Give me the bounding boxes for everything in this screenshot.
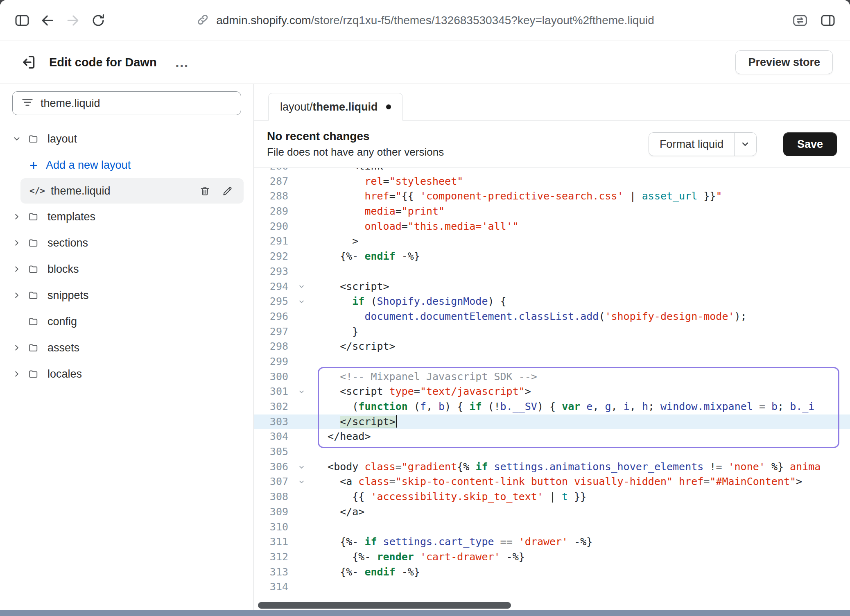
chevron-right-icon[interactable] xyxy=(10,343,24,352)
code-line-294[interactable]: 294 <script> xyxy=(254,279,850,294)
code-line-306[interactable]: 306 <body class="gradient{% if settings.… xyxy=(254,460,850,475)
fold-toggle-icon[interactable] xyxy=(293,279,310,294)
code-text: {%- endif -%} xyxy=(310,565,420,580)
sidebar-item-assets[interactable]: assets xyxy=(10,335,244,361)
rename-file-button[interactable] xyxy=(220,184,235,198)
fold-toggle-icon[interactable] xyxy=(293,294,310,309)
sidebar-item-label: sections xyxy=(47,237,88,249)
code-line-292[interactable]: 292 {%- endif -%} xyxy=(254,249,850,264)
sidebar-item-config[interactable]: config xyxy=(10,308,244,335)
folder-icon xyxy=(25,134,42,144)
code-text: <!-- Mixpanel Javascript SDK --> xyxy=(310,369,537,385)
code-line-309[interactable]: 309 </a> xyxy=(254,505,850,520)
forward-icon[interactable] xyxy=(62,10,84,31)
chevron-right-icon[interactable] xyxy=(10,265,24,274)
line-number: 306 xyxy=(254,460,293,475)
fold-spacer xyxy=(293,399,310,414)
file-search-box[interactable] xyxy=(12,91,241,115)
code-line-287[interactable]: 287 rel="stylesheet" xyxy=(254,174,850,189)
save-button[interactable]: Save xyxy=(783,132,837,156)
exit-editor-icon[interactable] xyxy=(17,51,39,73)
code-line-298[interactable]: 298 </script> xyxy=(254,339,850,354)
chevron-right-icon[interactable] xyxy=(10,369,24,378)
code-line-307[interactable]: 307 <a class="skip-to-content-link butto… xyxy=(254,474,850,489)
delete-file-button[interactable] xyxy=(198,184,212,198)
sidebar-item-templates[interactable]: templates xyxy=(10,204,244,230)
preview-store-button[interactable]: Preview store xyxy=(735,50,833,74)
chevron-right-icon[interactable] xyxy=(10,212,24,221)
code-line-291[interactable]: 291 > xyxy=(254,234,850,249)
code-text: {%- if settings.cart_type == 'drawer' -%… xyxy=(310,534,592,550)
sidebar-item-blocks[interactable]: blocks xyxy=(10,256,244,282)
dropdown-chevron-icon[interactable] xyxy=(734,133,756,156)
code-text xyxy=(310,520,315,535)
sidebar-item-snippets[interactable]: snippets xyxy=(10,282,244,308)
code-line-296[interactable]: 296 document.documentElement.classList.a… xyxy=(254,309,850,324)
split-view-icon[interactable] xyxy=(817,10,839,31)
code-line-290[interactable]: 290 onload="this.media='all'" xyxy=(254,219,850,234)
fold-spacer xyxy=(293,309,310,324)
file-sidebar: layout+Add a new layout</>theme.liquidte… xyxy=(0,84,254,610)
tab-layout-theme-liquid[interactable]: layout/theme.liquid xyxy=(268,93,403,121)
line-number: 295 xyxy=(254,294,293,309)
code-line-293[interactable]: 293 xyxy=(254,264,850,279)
sidebar-item-label: blocks xyxy=(47,263,79,276)
sidebar-file-theme.liquid[interactable]: </>theme.liquid xyxy=(20,178,244,204)
code-line-301[interactable]: 301 <script type="text/javascript"> xyxy=(254,384,850,399)
code-text: </head> xyxy=(310,429,371,444)
fold-spacer xyxy=(293,219,310,234)
back-icon[interactable] xyxy=(37,10,58,31)
sidebar-item-locales[interactable]: locales xyxy=(10,361,244,387)
code-line-302[interactable]: 302 (function (f, b) { if (!b.__SV) { va… xyxy=(254,399,850,414)
code-text: } xyxy=(310,324,358,340)
code-line-299[interactable]: 299 xyxy=(254,354,850,369)
reload-icon[interactable] xyxy=(88,10,109,31)
code-lines: 286 <link287 rel="stylesheet"288 href="{… xyxy=(254,168,850,595)
code-line-304[interactable]: 304 </head> xyxy=(254,429,850,444)
sidebar-item-label: snippets xyxy=(47,289,89,302)
code-line-305[interactable]: 305 xyxy=(254,444,850,460)
fold-toggle-icon[interactable] xyxy=(293,460,310,475)
code-line-300[interactable]: 300 <!-- Mixpanel Javascript SDK --> xyxy=(254,369,850,385)
code-text: {%- endif -%} xyxy=(310,249,420,264)
code-line-288[interactable]: 288 href="{{ 'component-predictive-searc… xyxy=(254,189,850,204)
add-new-layout-button[interactable]: +Add a new layout xyxy=(10,152,244,178)
horizontal-scrollbar-thumb[interactable] xyxy=(258,602,511,609)
code-line-311[interactable]: 311 {%- if settings.cart_type == 'drawer… xyxy=(254,534,850,550)
sidebar-item-sections[interactable]: sections xyxy=(10,230,244,256)
code-text: > xyxy=(310,234,358,249)
extension-icon[interactable] xyxy=(789,10,811,31)
tab-bar: layout/theme.liquid xyxy=(254,84,850,121)
line-number: 289 xyxy=(254,204,293,219)
code-line-314[interactable]: 314 xyxy=(254,580,850,595)
chevron-right-icon[interactable] xyxy=(10,238,24,247)
code-line-308[interactable]: 308 {{ 'accessibility.skip_to_text' | t … xyxy=(254,489,850,505)
code-text: <script> xyxy=(310,279,389,294)
url-bar[interactable]: admin.shopify.com/store/rzq1xu-f5/themes… xyxy=(196,13,654,28)
line-number: 301 xyxy=(254,384,293,399)
code-line-289[interactable]: 289 media="print" xyxy=(254,204,850,219)
code-line-313[interactable]: 313 {%- endif -%} xyxy=(254,565,850,580)
fold-toggle-icon[interactable] xyxy=(293,474,310,489)
code-editor[interactable]: 286 <link287 rel="stylesheet"288 href="{… xyxy=(254,168,850,610)
sidebar-toggle-icon[interactable] xyxy=(11,10,33,31)
code-line-297[interactable]: 297 } xyxy=(254,324,850,340)
line-number: 293 xyxy=(254,264,293,279)
code-line-295[interactable]: 295 if (Shopify.designMode) { xyxy=(254,294,850,309)
code-line-310[interactable]: 310 xyxy=(254,520,850,535)
sidebar-item-layout[interactable]: layout xyxy=(10,126,244,152)
line-number: 304 xyxy=(254,429,293,444)
chevron-down-icon[interactable] xyxy=(10,134,24,143)
more-icon[interactable]: … xyxy=(172,56,193,69)
code-text: </script> xyxy=(310,339,396,354)
add-layout-label: Add a new layout xyxy=(46,159,131,172)
fold-spacer xyxy=(293,520,310,535)
chevron-right-icon[interactable] xyxy=(10,291,24,300)
code-line-303[interactable]: 303 </script> xyxy=(254,414,850,430)
file-search-input[interactable] xyxy=(41,97,233,110)
code-line-286[interactable]: 286 <link xyxy=(254,168,850,174)
code-line-312[interactable]: 312 {%- render 'cart-drawer' -%} xyxy=(254,550,850,565)
format-liquid-button[interactable]: Format liquid xyxy=(649,133,734,156)
status-subtitle: File does not have any other versions xyxy=(267,146,649,159)
fold-toggle-icon[interactable] xyxy=(293,384,310,399)
